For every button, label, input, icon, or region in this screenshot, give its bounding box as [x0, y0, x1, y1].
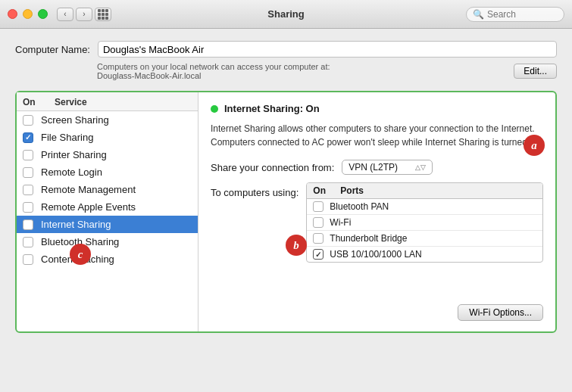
- network-info-row: Computers on your local network can acce…: [15, 62, 557, 80]
- ports-list: Bluetooth PANWi-FiThunderbolt BridgeUSB …: [307, 199, 542, 262]
- wifi-options-row: Wi-Fi Options...: [211, 301, 543, 321]
- service-item-bluetooth-sharing[interactable]: Bluetooth Sharing: [17, 233, 198, 250]
- service-label-bluetooth-sharing: Bluetooth Sharing: [41, 236, 119, 247]
- grid-icon: [98, 9, 108, 20]
- status-row: Internet Sharing: On: [211, 103, 543, 114]
- share-from-label: Share your connection from:: [211, 162, 334, 173]
- ports-row-bluetooth-pan[interactable]: Bluetooth PAN: [307, 199, 542, 215]
- edit-button[interactable]: Edit...: [514, 64, 557, 79]
- status-title: Internet Sharing: On: [224, 103, 320, 114]
- status-dot: [211, 105, 218, 113]
- right-panel: Internet Sharing: On Internet Sharing al…: [198, 92, 555, 331]
- service-checkbox-remote-apple-events[interactable]: [23, 202, 33, 213]
- service-list-panel: On Service Screen SharingFile SharingPri…: [17, 92, 198, 331]
- service-list: Screen SharingFile SharingPrinter Sharin…: [17, 111, 198, 331]
- service-item-internet-sharing[interactable]: Internet Sharing: [17, 216, 198, 233]
- grid-view-button[interactable]: [95, 8, 111, 21]
- chevron-down-icon: △▽: [415, 163, 426, 171]
- service-item-file-sharing[interactable]: File Sharing: [17, 129, 198, 146]
- service-checkbox-printer-sharing[interactable]: [23, 150, 33, 160]
- port-name-wi-fi: Wi-Fi: [330, 217, 351, 228]
- share-from-row: Share your connection from: VPN (L2TP) △…: [211, 160, 543, 175]
- computer-name-label: Computer Name:: [15, 44, 90, 55]
- service-checkbox-internet-sharing[interactable]: [23, 219, 33, 230]
- computers-using-row: To computers using: On Ports Bluetooth P…: [211, 182, 543, 263]
- service-item-content-caching[interactable]: Content Caching: [17, 250, 198, 268]
- network-info-text: Computers on your local network can acce…: [97, 62, 506, 80]
- close-button[interactable]: [8, 9, 17, 19]
- forward-button[interactable]: ›: [76, 8, 92, 21]
- service-label-remote-management: Remote Management: [41, 184, 136, 195]
- maximize-button[interactable]: [38, 9, 48, 19]
- ports-row-wi-fi[interactable]: Wi-Fi: [307, 215, 542, 231]
- port-name-bluetooth-pan: Bluetooth PAN: [330, 201, 389, 212]
- service-label-content-caching: Content Caching: [41, 254, 114, 265]
- description-text: Internet Sharing allows other computers …: [211, 122, 543, 149]
- vpn-value: VPN (L2TP): [349, 162, 398, 173]
- service-checkbox-bluetooth-sharing[interactable]: [23, 237, 33, 247]
- wifi-options-button[interactable]: Wi-Fi Options...: [458, 304, 543, 321]
- service-item-printer-sharing[interactable]: Printer Sharing: [17, 146, 198, 163]
- service-label-printer-sharing: Printer Sharing: [41, 149, 107, 160]
- service-list-header: On Service: [17, 92, 198, 111]
- main-content: Computer Name: Computers on your local n…: [0, 29, 572, 345]
- bottom-section: On Service Screen SharingFile SharingPri…: [15, 91, 557, 333]
- service-checkbox-screen-sharing[interactable]: [23, 115, 33, 126]
- port-name-thunderbolt-bridge: Thunderbolt Bridge: [330, 233, 407, 244]
- service-checkbox-file-sharing[interactable]: [23, 132, 33, 143]
- ports-table-header: On Ports: [307, 183, 542, 199]
- service-label-internet-sharing: Internet Sharing: [41, 219, 111, 230]
- ports-col-on-header: On: [313, 185, 340, 196]
- col-on-header: On: [23, 97, 55, 107]
- service-checkbox-content-caching[interactable]: [23, 254, 33, 265]
- right-panel-wrap: Internet Sharing: On Internet Sharing al…: [198, 92, 555, 331]
- service-checkbox-remote-login[interactable]: [23, 167, 33, 178]
- ports-row-thunderbolt-bridge[interactable]: Thunderbolt Bridge: [307, 231, 542, 247]
- ports-row-usb-lan[interactable]: USB 10/100/1000 LAN: [307, 247, 542, 262]
- service-item-remote-management[interactable]: Remote Management: [17, 181, 198, 198]
- service-item-remote-apple-events[interactable]: Remote Apple Events: [17, 198, 198, 216]
- service-item-remote-login[interactable]: Remote Login: [17, 163, 198, 181]
- window-title: Sharing: [267, 8, 304, 20]
- service-label-screen-sharing: Screen Sharing: [41, 114, 109, 126]
- back-button[interactable]: ‹: [57, 8, 73, 21]
- bottom-section-wrap: On Service Screen SharingFile SharingPri…: [15, 91, 557, 333]
- ports-table: On Ports Bluetooth PANWi-FiThunderbolt B…: [306, 182, 543, 263]
- service-label-remote-login: Remote Login: [41, 166, 102, 178]
- port-checkbox-bluetooth-pan[interactable]: [313, 201, 324, 212]
- port-name-usb-lan: USB 10/100/1000 LAN: [330, 249, 421, 260]
- search-box[interactable]: 🔍: [466, 7, 564, 22]
- service-label-remote-apple-events: Remote Apple Events: [41, 201, 136, 213]
- computers-using-label: To computers using:: [211, 187, 299, 198]
- ports-col-name-header: Ports: [340, 185, 536, 196]
- port-checkbox-usb-lan[interactable]: [313, 249, 324, 260]
- search-icon: 🔍: [473, 9, 484, 20]
- service-checkbox-remote-management[interactable]: [23, 185, 33, 195]
- service-label-file-sharing: File Sharing: [41, 132, 93, 143]
- computer-name-input[interactable]: [98, 41, 557, 58]
- nav-buttons: ‹ ›: [57, 8, 92, 21]
- port-checkbox-wi-fi[interactable]: [313, 217, 324, 228]
- titlebar: ‹ › Sharing 🔍: [0, 0, 572, 29]
- computer-name-row: Computer Name:: [15, 41, 557, 58]
- traffic-lights: [8, 9, 48, 19]
- service-item-screen-sharing[interactable]: Screen Sharing: [17, 111, 198, 129]
- port-checkbox-thunderbolt-bridge[interactable]: [313, 233, 324, 244]
- vpn-select[interactable]: VPN (L2TP) △▽: [342, 160, 433, 175]
- search-input[interactable]: [487, 9, 558, 20]
- minimize-button[interactable]: [23, 9, 33, 19]
- col-service-header: Service: [55, 97, 192, 107]
